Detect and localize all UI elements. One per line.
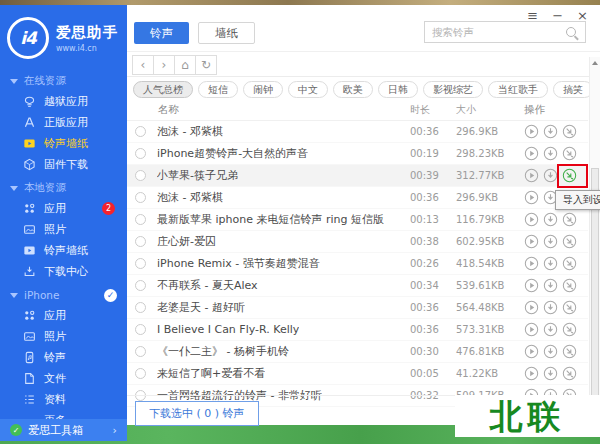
scrollbar-track[interactable] <box>590 68 600 412</box>
import-to-device-button[interactable] <box>562 124 577 139</box>
import-to-device-button[interactable] <box>562 168 577 183</box>
category-pill[interactable]: 人气总榜 <box>133 81 193 98</box>
row-checkbox[interactable] <box>135 258 146 269</box>
category-pill[interactable]: 日韩 <box>378 81 418 98</box>
row-checkbox[interactable] <box>135 148 146 159</box>
scroll-up-arrow[interactable] <box>590 57 600 68</box>
category-pill[interactable]: 欧美 <box>333 81 373 98</box>
play-button[interactable] <box>524 168 539 183</box>
sidebar-item[interactable]: 正版应用 <box>0 112 127 133</box>
row-checkbox[interactable] <box>135 368 146 379</box>
table-row[interactable]: iPhone超赞铃声-大自然的声音00:19298.23KB <box>127 143 588 165</box>
sidebar-item[interactable]: 资料 <box>0 389 127 410</box>
sidebar-item[interactable]: 越狱应用 <box>0 91 127 112</box>
download-button[interactable] <box>543 278 558 293</box>
nav-back-button[interactable]: ‹ <box>132 55 154 75</box>
play-button[interactable] <box>524 366 539 381</box>
play-button[interactable] <box>524 190 539 205</box>
play-button[interactable] <box>524 322 539 337</box>
play-button[interactable] <box>524 256 539 271</box>
row-checkbox[interactable] <box>135 214 146 225</box>
table-header: 名称 时长 大小 操作 <box>127 99 588 121</box>
search-icon[interactable] <box>566 27 576 37</box>
play-button[interactable] <box>524 234 539 249</box>
row-checkbox[interactable] <box>135 280 146 291</box>
sidebar-item[interactable]: 文件 <box>0 368 127 389</box>
import-to-device-button[interactable] <box>562 344 577 359</box>
table-row[interactable]: 最新版苹果 iphone 来电短信铃声 ring 短信版00:13116.79K… <box>127 209 588 231</box>
sidebar-item[interactable]: 铃声墙纸 <box>0 240 127 261</box>
category-pill[interactable]: 中文 <box>288 81 328 98</box>
table-row[interactable]: 《一仆二主》 - 杨树手机铃00:30476.81KB <box>127 341 588 363</box>
category-pill[interactable]: 短信 <box>198 81 238 98</box>
download-button[interactable] <box>543 322 558 337</box>
row-checkbox[interactable] <box>135 302 146 313</box>
category-pill[interactable]: 搞笑 <box>553 81 593 98</box>
nav-forward-button[interactable]: › <box>153 55 175 75</box>
sidebar-item[interactable]: 铃声墙纸 <box>0 133 127 154</box>
table-row[interactable]: 泡沫 - 邓紫棋00:36296.9KB <box>127 121 588 143</box>
ringtone-duration: 00:05 <box>410 368 456 379</box>
nav-home-button[interactable]: ⌂ <box>174 55 196 75</box>
row-checkbox[interactable] <box>135 324 146 335</box>
download-button[interactable] <box>543 212 558 227</box>
download-button[interactable] <box>543 168 558 183</box>
table-row[interactable]: 不再联系 - 夏天Alex00:34539.61KB <box>127 275 588 297</box>
row-checkbox[interactable] <box>135 236 146 247</box>
category-pill[interactable]: 当红歌手 <box>488 81 548 98</box>
sidebar-item[interactable]: 照片 <box>0 326 127 347</box>
sidebar-toolbox[interactable]: ✓ 爱思工具箱 › <box>0 419 127 441</box>
play-button[interactable] <box>524 124 539 139</box>
table-row[interactable]: 泡沫 - 邓紫棋00:36296.9KB <box>127 187 588 209</box>
nav-refresh-button[interactable]: ↻ <box>195 55 217 75</box>
play-button[interactable] <box>524 278 539 293</box>
sidebar-item[interactable]: 铃声 <box>0 347 127 368</box>
tab-wallpaper[interactable]: 墙纸 <box>198 22 255 44</box>
sidebar-item[interactable]: 应用 <box>0 305 127 326</box>
row-checkbox[interactable] <box>135 170 146 181</box>
table-row[interactable]: I Believe I Can Fly-R. Kelly00:36573.31K… <box>127 319 588 341</box>
import-to-device-button[interactable] <box>562 212 577 227</box>
sidebar-section-header[interactable]: iPhone✓ <box>0 285 127 305</box>
table-row[interactable]: 小苹果-筷子兄弟00:39312.77KB导入到设备 <box>127 165 588 187</box>
sidebar-section-header[interactable]: 在线资源 <box>0 71 127 91</box>
sidebar-item[interactable]: 下载中心 <box>0 261 127 282</box>
sidebar-item[interactable]: 固件下载 <box>0 154 127 175</box>
row-checkbox[interactable] <box>135 346 146 357</box>
play-button[interactable] <box>524 146 539 161</box>
play-button[interactable] <box>524 344 539 359</box>
download-button[interactable] <box>543 146 558 161</box>
download-button[interactable] <box>543 344 558 359</box>
ringtone-size: 602.95KB <box>456 236 524 247</box>
sidebar-item[interactable]: 照片 <box>0 219 127 240</box>
table-row[interactable]: 庄心妍-爱囚00:38602.95KB <box>127 231 588 253</box>
sidebar-section-header[interactable]: 本地资源 <box>0 178 127 198</box>
import-to-device-button[interactable] <box>562 300 577 315</box>
sidebar-item[interactable]: 更多 <box>0 410 127 419</box>
table-row[interactable]: 来短信了啊+爱看不看00:0541.22KB <box>127 363 588 385</box>
category-pill[interactable]: 影视综艺 <box>423 81 483 98</box>
play-button[interactable] <box>524 300 539 315</box>
import-to-device-button[interactable] <box>562 322 577 337</box>
category-pill[interactable]: 闹钟 <box>243 81 283 98</box>
table-row[interactable]: iPhone Remix - 强节奏超赞混音00:26418.54KB <box>127 253 588 275</box>
download-button[interactable] <box>543 300 558 315</box>
import-to-device-button[interactable] <box>562 366 577 381</box>
search-input[interactable] <box>425 26 566 38</box>
import-to-device-button[interactable] <box>562 146 577 161</box>
download-button[interactable] <box>543 256 558 271</box>
play-button[interactable] <box>524 212 539 227</box>
import-to-device-button[interactable] <box>562 234 577 249</box>
table-row[interactable]: 老婆是天 - 超好听00:36564.48KB <box>127 297 588 319</box>
import-to-device-button[interactable] <box>562 256 577 271</box>
download-selected-button[interactable]: 下载选中 ( 0 ) 铃声 <box>135 401 259 426</box>
download-button[interactable] <box>543 234 558 249</box>
row-checkbox[interactable] <box>135 192 146 203</box>
scrollbar[interactable] <box>589 57 600 423</box>
tab-ringtone[interactable]: 铃声 <box>134 22 189 44</box>
import-to-device-button[interactable] <box>562 278 577 293</box>
download-button[interactable] <box>543 366 558 381</box>
download-button[interactable] <box>543 124 558 139</box>
row-checkbox[interactable] <box>135 126 146 137</box>
sidebar-item[interactable]: 应用2 <box>0 198 127 219</box>
